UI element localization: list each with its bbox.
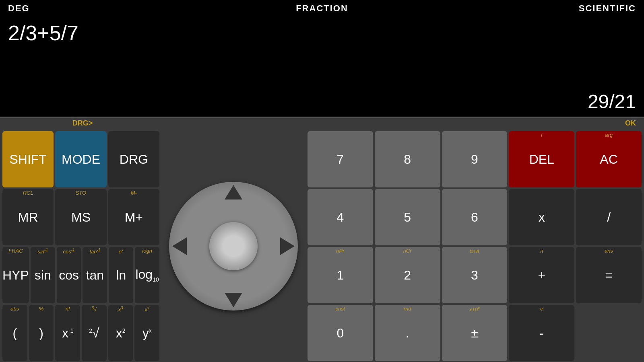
num0-button[interactable]: cnst 0 xyxy=(308,305,373,361)
plusminus-button[interactable]: x10x ± xyxy=(442,305,508,361)
log10-button[interactable]: logn log10 xyxy=(135,247,159,303)
num3-button[interactable]: cnvt 3 xyxy=(442,247,508,303)
display-area: DEG FRACTION SCIENTIFIC 2/3+5/7 29/21 xyxy=(0,0,644,117)
drg-label: DRG> xyxy=(4,119,161,130)
deg-label: DEG xyxy=(8,3,30,14)
dpad-right-button[interactable] xyxy=(280,237,295,255)
dpad-container xyxy=(165,178,302,315)
div-button[interactable]: / xyxy=(576,189,642,245)
dpad-center-button[interactable] xyxy=(209,222,258,270)
dpad-up-button[interactable] xyxy=(225,185,242,200)
num9-button[interactable]: 9 xyxy=(442,131,508,187)
xsq-button[interactable]: x3 x2 xyxy=(108,305,133,361)
row-3: FRAC HYP sin-1 sin cos-1 cos tan-1 tan e… xyxy=(2,247,159,303)
num4-button[interactable]: 4 xyxy=(308,189,373,245)
num1-button[interactable]: nPr 1 xyxy=(308,247,373,303)
dpad-left-button[interactable] xyxy=(172,237,187,255)
x-button[interactable]: x xyxy=(509,189,574,245)
left-column: SHIFT MODE DRG RCL MR STO MS xyxy=(2,131,159,361)
xinv-button[interactable]: n! x-1 xyxy=(55,305,80,361)
row-4: abs ( % ) n! x-1 3√ 2√ x3 x2 xyxy=(2,305,159,361)
mr-button[interactable]: RCL MR xyxy=(2,189,54,245)
dpad-down-button[interactable] xyxy=(225,293,242,307)
dpad-outer xyxy=(169,182,298,311)
drg-button[interactable]: DRG xyxy=(108,131,159,187)
mplus-button[interactable]: M- M+ xyxy=(108,189,159,245)
hyp-button[interactable]: FRAC HYP xyxy=(2,247,29,303)
mode-button[interactable]: MODE xyxy=(55,131,106,187)
shift-button[interactable]: SHIFT xyxy=(2,131,54,187)
ms-button[interactable]: STO MS xyxy=(55,189,106,245)
right-row-1: 7 8 9 i DEL arg AC xyxy=(308,131,642,187)
row-1: SHIFT MODE DRG xyxy=(2,131,159,187)
right-row-2: 4 5 6 x / xyxy=(308,189,642,245)
fraction-label: FRACTION xyxy=(296,3,348,14)
all-rows: SHIFT MODE DRG RCL MR STO MS xyxy=(0,130,644,362)
right-column: 7 8 9 i DEL arg AC xyxy=(308,131,642,361)
keyboard-area: DRG> OK SHIFT MODE DRG RCL xyxy=(0,117,644,362)
expression-display: 2/3+5/7 xyxy=(0,17,644,49)
scientific-label: SCIENTIFIC xyxy=(579,3,636,14)
cos-button[interactable]: cos-1 cos xyxy=(57,247,81,303)
result-display: 29/21 xyxy=(588,90,636,113)
sqrt2-button[interactable]: 3√ 2√ xyxy=(82,305,107,361)
num2-button[interactable]: nCr 2 xyxy=(375,247,440,303)
plus-button[interactable]: π + xyxy=(509,247,574,303)
right-row-3: nPr 1 nCr 2 cnvt 3 π + ans = xyxy=(308,247,642,303)
dpad-column xyxy=(161,131,306,361)
ln-button[interactable]: ex ln xyxy=(109,247,133,303)
right-row-4: cnst 0 rnd . x10x ± e - xyxy=(308,305,642,361)
equals-button[interactable]: ans = xyxy=(576,247,642,303)
del-button[interactable]: i DEL xyxy=(509,131,574,187)
num6-button[interactable]: 6 xyxy=(442,189,508,245)
num5-button[interactable]: 5 xyxy=(375,189,440,245)
top-labels: DEG FRACTION SCIENTIFIC xyxy=(0,0,644,17)
ac-button[interactable]: arg AC xyxy=(576,131,642,187)
num8-button[interactable]: 8 xyxy=(375,131,440,187)
lparen-button[interactable]: abs ( xyxy=(2,305,27,361)
row-2: RCL MR STO MS M- M+ xyxy=(2,189,159,245)
ok-label: OK xyxy=(306,119,640,130)
num7-button[interactable]: 7 xyxy=(308,131,373,187)
yx-button[interactable]: x√ yx xyxy=(134,305,159,361)
dot-button[interactable]: rnd . xyxy=(375,305,440,361)
rparen-button[interactable]: % ) xyxy=(29,305,54,361)
tan-button[interactable]: tan-1 tan xyxy=(83,247,107,303)
sin-button[interactable]: sin-1 sin xyxy=(31,247,55,303)
minus-button[interactable]: e - xyxy=(509,305,574,361)
keyboard-top-labels: DRG> OK xyxy=(0,117,644,130)
